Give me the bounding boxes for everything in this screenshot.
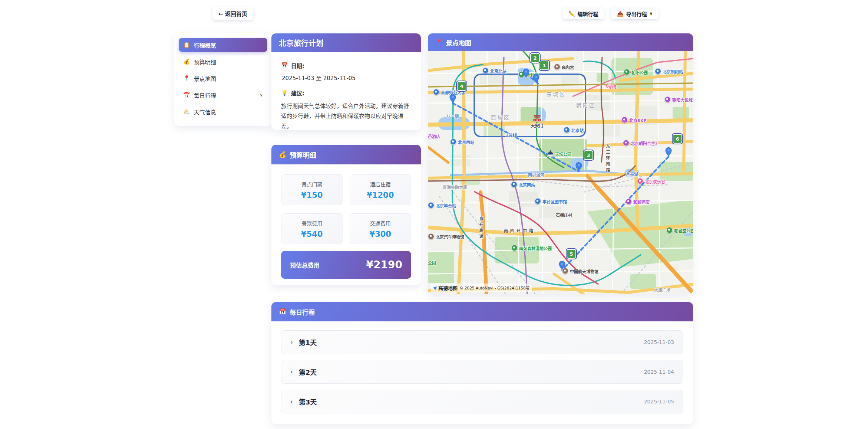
map-label-text: 朝阳公园	[631, 69, 648, 75]
map-label-text: 公园	[428, 260, 436, 266]
map-label: 天坛公园	[547, 150, 571, 157]
export-itinerary-button[interactable]: 📤 导出行程 ∨	[611, 8, 659, 19]
map-label: 北京汽车博物馆	[428, 233, 464, 240]
budget-item-label: 交通费用	[370, 219, 391, 227]
map-label: 雍和宫	[554, 64, 574, 70]
map-label-text: 邑酒店	[428, 133, 440, 139]
map-label: 朝阳区	[576, 101, 596, 109]
map-overlay: 北京北站什刹海雍和宫朝阳公园北京朝阳站朝阳大悦城首都师范大学东城区朝阳区西城区3…	[428, 51, 693, 294]
map-label-text: 南四环中路	[504, 227, 535, 233]
map-label-text: 北京西站	[458, 139, 474, 145]
map-attribution: 高德地图 © 2025 AutoNavi - GS(2024)1158号	[431, 284, 532, 292]
map-label: 公园	[428, 260, 436, 266]
map-label: 东三环南路	[604, 144, 610, 174]
chevron-down-icon[interactable]: ∨	[260, 92, 263, 98]
chevron-right-icon: ›	[290, 398, 293, 405]
date-label: 日期:	[291, 62, 304, 69]
daily-row-label: 第1天	[299, 337, 317, 347]
map-label: 南护城河	[528, 172, 544, 178]
map-marker-5[interactable]: 5	[567, 249, 576, 259]
chevron-right-icon: ›	[290, 338, 293, 346]
map-label: 东城区	[547, 90, 566, 98]
map-pin-4[interactable]	[575, 162, 582, 173]
map-label: 青海金融大厦	[443, 184, 467, 190]
map-label-text: 北京南站	[519, 181, 535, 187]
map-title: 景点地图	[446, 38, 471, 47]
budget-item-value: ¥1200	[367, 191, 394, 200]
map-label: 北京SKP	[621, 117, 647, 123]
library-poi-icon	[535, 198, 541, 204]
daily-card: 📅 每日行程 ›第1天2025-11-03›第2天2025-11-04›第3天2…	[271, 302, 693, 424]
export-icon: 📤	[617, 11, 623, 17]
map-label-text: 中国航天博物馆	[570, 268, 598, 274]
map-label: 北京南站	[511, 181, 535, 188]
map-label: 北京西站	[450, 139, 474, 145]
map-label-text: 北京汽车博物馆	[436, 233, 464, 239]
map-label: 北京北站	[482, 68, 506, 74]
sidebar-item-2[interactable]: 📍景点地图	[179, 71, 267, 85]
school-poi-icon	[433, 89, 439, 95]
map-marker-1[interactable]: 1	[539, 60, 549, 70]
fun-poi-icon	[637, 178, 643, 184]
map-canvas[interactable]: 北京北站什刹海雍和宫朝阳公园北京朝阳站朝阳大悦城首都师范大学东城区朝阳区西城区3…	[428, 51, 693, 294]
map-label-text: 月亮湖	[626, 171, 638, 177]
edit-itinerary-button[interactable]: ✏️ 编辑行程	[562, 8, 604, 19]
budget-header: 💰 预算明细	[271, 145, 421, 164]
map-pin-1[interactable]	[523, 68, 529, 79]
map-label: 八一湖	[446, 113, 459, 119]
date-value: 2025-11-03 至 2025-11-05	[282, 74, 411, 82]
budget-card: 💰 预算明细 景点门票¥150酒店住宿¥1200餐饮费用¥540交通费用¥300…	[271, 145, 421, 285]
budget-item: 景点门票¥150	[281, 174, 343, 205]
chevron-right-icon: ›	[290, 368, 293, 376]
sidebar-item-label: 每日行程	[194, 91, 216, 99]
map-label: 月亮湖	[626, 171, 638, 177]
daily-row-date: 2025-11-04	[644, 369, 674, 375]
map-pin-6[interactable]	[559, 261, 565, 272]
calendar-icon: 📅	[281, 63, 288, 68]
map-label: 北京站	[564, 127, 584, 133]
map-label-text: 东三环南路	[604, 144, 610, 174]
map-label: 石榴庄村	[556, 212, 572, 218]
budget-item: 交通费用¥300	[350, 213, 412, 244]
back-home-button[interactable]: ← 返回首页	[212, 7, 253, 20]
sidebar-item-1[interactable]: 💰预算明细	[179, 55, 267, 69]
daily-row-2[interactable]: ›第2天2025-11-04	[281, 360, 683, 384]
sidebar-item-label: 行程概览	[194, 41, 216, 49]
pin-icon: 📍	[435, 39, 443, 45]
map-label: 北京欢乐谷	[637, 178, 665, 184]
map-label-text: 天坛公园	[555, 151, 571, 157]
train-poi-icon	[564, 127, 570, 133]
map-label-text: 八一湖	[446, 113, 459, 119]
map-pin-3[interactable]	[449, 94, 456, 105]
sidebar-item-0[interactable]: 📋行程概览	[179, 38, 267, 52]
budget-item: 酒店住宿¥1200	[350, 174, 412, 205]
budget-item-value: ¥150	[301, 191, 323, 200]
budget-item-value: ¥300	[370, 230, 391, 239]
map-marker-3[interactable]: 3	[584, 150, 593, 160]
budget-body: 景点门票¥150酒店住宿¥1200餐饮费用¥540交通费用¥300 预估总费用 …	[271, 164, 421, 279]
sidebar-item-3[interactable]: 📅每日行程∨	[179, 88, 267, 102]
map-pin-5[interactable]	[665, 147, 672, 158]
map-label-text: 丰台区图书馆	[542, 198, 567, 204]
map-marker-6[interactable]: 6	[673, 134, 682, 144]
map-label: 大族广场	[654, 287, 670, 293]
map-label-text: 北京朝阳合生汇	[631, 140, 659, 146]
map-marker-4[interactable]: 4	[457, 81, 466, 91]
daily-row-3[interactable]: ›第3天2025-11-05	[281, 390, 683, 413]
sidebar-item-icon: 📅	[183, 92, 190, 98]
sidebar-item-icon: 📍	[183, 75, 190, 82]
daily-title: 每日行程	[290, 307, 315, 317]
overview-header: 北京旅行计划	[271, 33, 421, 52]
map-label: 京开高速	[478, 216, 483, 240]
sidebar: 📋行程概览💰预算明细📍景点地图📅每日行程∨⛅天气信息	[174, 33, 272, 126]
daily-row-1[interactable]: ›第1天2025-11-03	[281, 330, 683, 354]
map-pin-2[interactable]	[533, 73, 539, 85]
sidebar-item-4[interactable]: ⛅天气信息	[179, 105, 267, 119]
shop-poi-icon	[623, 140, 629, 146]
map-label-text: 北京欢乐谷	[645, 178, 665, 184]
daily-row-date: 2025-11-03	[644, 339, 674, 345]
map-label-text: 和颐酒店	[633, 199, 650, 204]
train-poi-icon	[511, 181, 517, 188]
map-marker-2[interactable]: 2	[530, 53, 540, 63]
shop-poi-icon	[621, 117, 628, 123]
